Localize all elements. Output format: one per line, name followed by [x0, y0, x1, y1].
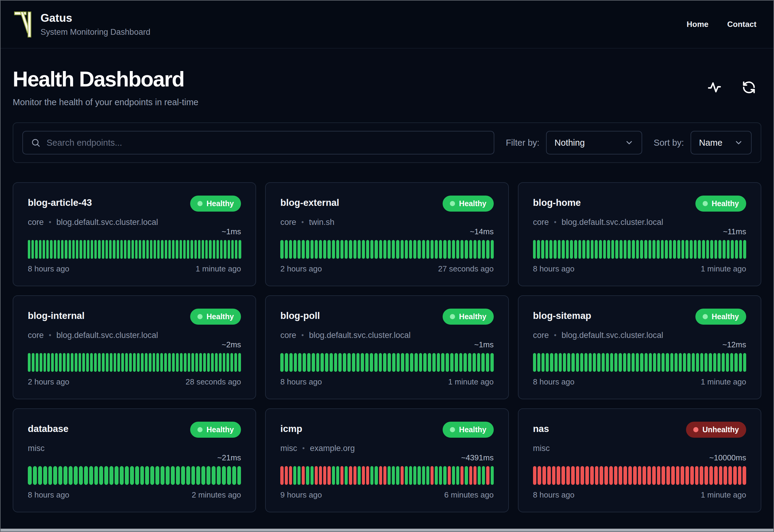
endpoint-card[interactable]: blog-poll Healthy core • blog.default.sv… [265, 295, 509, 399]
uptime-bar [216, 240, 219, 259]
uptime-bar [43, 466, 47, 485]
uptime-bar [396, 240, 399, 259]
endpoint-name: nas [533, 422, 549, 434]
uptime-bar [426, 240, 429, 259]
uptime-bar [47, 353, 50, 372]
endpoint-card[interactable]: blog-internal Healthy core • blog.defaul… [13, 295, 256, 399]
uptime-bar [619, 353, 622, 372]
refresh-icon[interactable] [742, 80, 756, 94]
uptime-bar [63, 353, 66, 372]
uptime-bar [547, 466, 551, 485]
uptime-bar [46, 240, 49, 259]
card-times: 8 hours ago 2 minutes ago [28, 490, 241, 500]
endpoint-card[interactable]: blog-external Healthy core • twin.sh ~14… [265, 182, 509, 286]
uptime-bar [356, 353, 360, 372]
uptime-bar [681, 240, 685, 259]
uptime-bar [176, 240, 178, 259]
uptime-bar [207, 466, 210, 485]
uptime-bar [184, 353, 187, 372]
nav-home-link[interactable]: Home [687, 20, 708, 29]
uptime-bar [28, 353, 31, 372]
uptime-bar [713, 353, 716, 372]
uptime-bar [280, 466, 283, 485]
endpoint-card[interactable]: icmp Healthy misc • example.org ~4391ms … [265, 408, 509, 512]
oldest-timestamp: 8 hours ago [533, 490, 574, 500]
uptime-bar [362, 466, 365, 485]
uptime-bar [176, 466, 180, 485]
search-input[interactable] [47, 138, 486, 148]
uptime-bar [358, 240, 361, 259]
uptime-bar [89, 466, 93, 485]
uptime-bar [614, 353, 617, 372]
uptime-bars [28, 240, 241, 259]
uptime-bars [533, 466, 746, 485]
uptime-bar [349, 466, 352, 485]
filter-select[interactable]: Nothing [546, 131, 642, 154]
uptime-bar [307, 353, 311, 372]
uptime-bar [743, 353, 746, 372]
uptime-bar [54, 240, 56, 259]
uptime-bar [234, 353, 237, 372]
uptime-bar [653, 353, 656, 372]
activity-icon[interactable] [707, 80, 721, 94]
endpoint-card[interactable]: blog-sitemap Healthy core • blog.default… [518, 295, 761, 399]
uptime-bar [35, 240, 37, 259]
uptime-bar [320, 353, 324, 372]
uptime-bar [640, 240, 643, 259]
uptime-bar [79, 466, 83, 485]
uptime-bar [582, 240, 585, 259]
uptime-bar [303, 353, 306, 372]
uptime-bar [542, 466, 546, 485]
endpoint-subtitle: misc [533, 444, 746, 453]
uptime-bar [704, 466, 708, 485]
uptime-bar [388, 240, 391, 259]
endpoint-group: misc [28, 444, 45, 453]
uptime-bar [340, 466, 343, 485]
uptime-bar [585, 466, 589, 485]
uptime-bar [366, 466, 369, 485]
filter-by-label: Filter by: [506, 138, 539, 148]
uptime-bar [125, 353, 128, 372]
uptime-bar [155, 466, 159, 485]
nav-contact-link[interactable]: Contact [727, 20, 756, 29]
uptime-bar [607, 240, 610, 259]
uptime-bar [340, 240, 343, 259]
endpoint-card[interactable]: database Healthy misc ~21ms 8 hours ago … [13, 408, 256, 512]
subtitle-separator: • [554, 331, 556, 339]
uptime-bar [198, 240, 200, 259]
uptime-bar [685, 240, 688, 259]
uptime-bar [285, 240, 288, 259]
uptime-bar [619, 466, 622, 485]
endpoint-card[interactable]: nas Unhealthy misc ~10000ms 8 hours ago … [518, 408, 761, 512]
newest-timestamp: 1 minute ago [701, 264, 746, 274]
uptime-bar [728, 466, 732, 485]
endpoint-host: blog.default.svc.cluster.local [561, 218, 663, 227]
endpoint-name: blog-external [280, 196, 339, 208]
uptime-bar [191, 466, 195, 485]
uptime-bar [710, 240, 713, 259]
sort-select[interactable]: Name [691, 131, 752, 154]
endpoint-subtitle: misc • example.org [280, 444, 493, 453]
uptime-bar [94, 466, 98, 485]
sort-by-label: Sort by: [654, 138, 684, 148]
uptime-bar [452, 240, 455, 259]
uptime-bar [217, 466, 221, 485]
search-box [22, 131, 494, 154]
uptime-bar [36, 353, 38, 372]
brand-name: Gatus [41, 12, 150, 24]
uptime-bar [128, 240, 130, 259]
endpoint-card[interactable]: blog-article-43 Healthy core • blog.defa… [13, 182, 256, 286]
uptime-bar [76, 240, 78, 259]
uptime-bar [98, 240, 100, 259]
uptime-bar [681, 466, 684, 485]
uptime-bar [482, 240, 485, 259]
uptime-bar [146, 240, 149, 259]
uptime-bar [110, 353, 112, 372]
uptime-bar [74, 466, 78, 485]
card-header: blog-sitemap Healthy [533, 309, 746, 325]
uptime-bar [700, 353, 703, 372]
uptime-bar [396, 466, 399, 485]
uptime-bars [533, 353, 746, 372]
uptime-bar [285, 466, 288, 485]
endpoint-card[interactable]: blog-home Healthy core • blog.default.sv… [518, 182, 761, 286]
